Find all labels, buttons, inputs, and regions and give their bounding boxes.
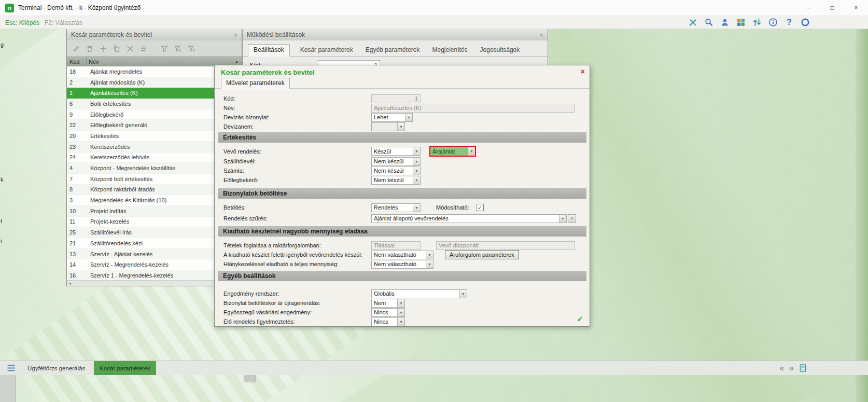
filter-clear-icon[interactable] [173, 44, 182, 53]
column-header-kod[interactable]: Kód [67, 57, 87, 66]
tab-muvelet-parameterek[interactable]: Művelet paraméterek [221, 78, 290, 89]
engedmeny-dropdown[interactable]: Globális ▼ [371, 289, 467, 298]
filter-icon[interactable] [160, 44, 169, 53]
form-row-szamla: Számla: Nem készül ▼ [218, 166, 586, 175]
form-row-elolegbekero: Előlegbekérő: Nem készül ▼ [218, 175, 586, 185]
taskbar-tab-kosár-paraméterek[interactable]: Kosár paraméterek [94, 361, 156, 375]
field-label: Betöltés: [223, 204, 371, 211]
close-icon[interactable]: × [233, 32, 237, 38]
modosithato-label: Módosítható: [436, 204, 469, 211]
cell-nev: Ajánlat módosítás (K) [89, 79, 145, 86]
igeny-dropdown[interactable]: Nem választható ▼ [371, 251, 433, 259]
vevo-rendeles-dropdown[interactable]: Készül ▼ [371, 147, 421, 156]
cell-kod: 25 [67, 229, 89, 235]
sync-icon[interactable] [752, 18, 762, 27]
maximize-button[interactable]: □ [820, 0, 844, 16]
add-icon[interactable] [99, 44, 107, 53]
taskbar-tabs: Ügyféltörzs generálásKosár paraméterek [22, 361, 156, 375]
cell-nev: Ajánlatkészítés (K) [89, 90, 138, 96]
cell-kod: 11 [67, 218, 89, 225]
form-row-ujrageneralas: Bizonylat betöltéskor ár újragenerálás: … [218, 298, 586, 308]
status-ring-icon[interactable] [801, 18, 810, 27]
betoltes-dropdown[interactable]: Rendelés ▼ [371, 203, 421, 212]
hiany-dropdown[interactable]: Nem választható ▼ [371, 260, 433, 269]
modules-icon[interactable] [736, 18, 746, 27]
dropdown-value: Készül [372, 147, 413, 155]
panel-titlebar[interactable]: Kosár paraméterek és bevitel × [67, 29, 242, 40]
aruforgalom-parameterek-button[interactable]: Áruforgalom paraméterek [445, 250, 519, 259]
tools-icon[interactable] [688, 18, 697, 27]
title-bar[interactable]: n Terminal - Demó kft. - k - Központi üg… [0, 0, 868, 16]
cell-kod: 3 [67, 197, 89, 203]
field-label: Számla: [223, 168, 371, 174]
filter-settings-icon[interactable] [187, 44, 195, 53]
form-row-kod: Kód: 1 [218, 94, 586, 103]
cell-nev: Szervíz 1 - Megrendelés-kezelés [89, 272, 173, 279]
szamla-dropdown[interactable]: Nem készül ▼ [371, 167, 421, 175]
dropdown-value: Nincs [372, 318, 397, 326]
cell-nev: Előlegbekérő [89, 112, 123, 118]
elolegbekero-dropdown[interactable]: Nem készül ▼ [371, 176, 421, 185]
tab-egyéb-paraméterek[interactable]: Egyéb paraméterek [363, 45, 422, 56]
form-row-nev: Név: Ajánlatkészítés (K) [218, 103, 586, 113]
cell-kod: 24 [67, 154, 89, 160]
cell-kod: 18 [67, 68, 89, 75]
copy-icon[interactable] [112, 44, 121, 53]
field-label: Szállítólevél: [223, 158, 371, 164]
tab-megjelenítés[interactable]: Megjelenítés [430, 45, 469, 56]
modosithato-checkbox[interactable]: ✓ [477, 204, 484, 211]
document-list-icon[interactable] [799, 364, 807, 372]
cell-kod: 23 [67, 144, 89, 150]
background-right-band [856, 29, 868, 402]
ujrageneralas-dropdown[interactable]: Nem ▼ [371, 299, 405, 308]
minimize-button[interactable]: – [796, 0, 820, 16]
chevron-down-icon: ▼ [397, 299, 404, 307]
egyosszegu-dropdown[interactable]: Nincs ▼ [371, 308, 405, 317]
column-header-nev[interactable]: Név [87, 59, 99, 65]
settings-window-titlebar[interactable]: Működési beállítások × [243, 29, 548, 40]
form-row-engedmeny: Engedmény rendszer: Globális ▼ [218, 289, 586, 298]
shortcut-item[interactable]: Esc: Kilépés [5, 19, 39, 26]
cell-nev: Projekt indítás [89, 208, 127, 214]
rendeles-szures-dropdown[interactable]: Ajánlat állapotú vevőrendelés ▼ [371, 214, 567, 223]
settings-tabs: BeállításokKosár paraméterekEgyéb paramé… [243, 40, 548, 57]
devizas-dropdown[interactable]: Lehet ▼ [371, 113, 413, 122]
tab-jogosultságok[interactable]: Jogosultságok [478, 45, 522, 56]
chevron-down-icon: ▼ [559, 215, 566, 223]
dialog-form: Kód: 1 Név: Ajánlatkészítés (K) Devizás … [215, 94, 590, 326]
next-icon[interactable]: » [789, 364, 794, 372]
previous-icon[interactable]: « [779, 364, 784, 372]
tab-beállítások[interactable]: Beállítások [248, 44, 290, 57]
delete-icon[interactable] [85, 44, 94, 53]
scroll-left-icon[interactable]: ◂ [67, 281, 73, 286]
cell-nev: Szervíz - Ajánlat-kezelés [89, 251, 152, 257]
menu-icon[interactable] [139, 44, 148, 53]
form-row-rendeles-szures: Rendelés szűrés: Ajánlat állapotú vevőre… [218, 214, 586, 223]
taskbar-menu-icon[interactable] [0, 361, 22, 375]
tools-icon[interactable] [125, 44, 134, 53]
elorendeles-dropdown[interactable]: Nincs ▼ [371, 317, 405, 326]
shortcut-item[interactable]: F2: Választás [45, 19, 82, 26]
filter-expression-button[interactable]: ≡ [568, 214, 576, 223]
szallitolevel-dropdown[interactable]: Nem készül ▼ [371, 157, 421, 166]
field-label: Vevő rendelés: [223, 148, 371, 155]
devizanem-dropdown: ▼ [371, 122, 405, 131]
user-icon[interactable] [720, 18, 730, 27]
vevo-rendeles-doc-dropdown-highlighted[interactable]: Árajánlat ▼ [429, 146, 476, 157]
cell-kod: 20 [67, 133, 89, 139]
tab-kosár-paraméterek[interactable]: Kosár paraméterek [298, 45, 355, 56]
help-icon[interactable]: ? [785, 18, 794, 27]
search-icon[interactable] [704, 18, 713, 27]
cell-nev: Központi bolt értékesítés [89, 176, 152, 182]
edit-icon[interactable] [72, 44, 80, 53]
chevron-down-icon: ▼ [413, 167, 420, 175]
close-button[interactable]: × [844, 0, 868, 16]
close-icon[interactable]: × [539, 32, 543, 38]
info-icon[interactable] [768, 18, 778, 27]
chevron-down-icon: ▼ [405, 114, 412, 121]
close-icon[interactable]: × [581, 68, 585, 75]
cell-nev: Szállítórendelés kézi [89, 240, 143, 246]
vevo-diszponalt-field: Vevő diszponált [436, 241, 575, 250]
taskbar-tab-ügyféltörzs-generálás[interactable]: Ügyféltörzs generálás [22, 361, 91, 375]
cell-nev: Keretszerződés lehívás [89, 154, 149, 160]
